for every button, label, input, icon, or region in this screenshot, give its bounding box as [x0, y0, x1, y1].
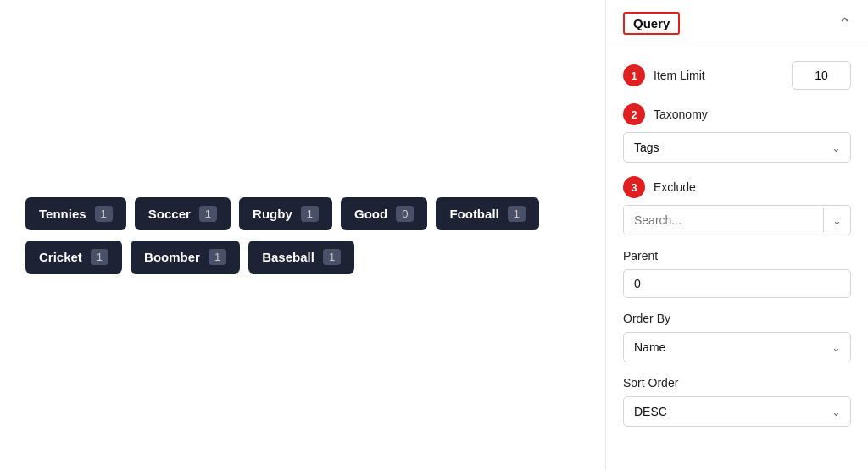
parent-group: Parent [623, 249, 851, 298]
tag-pill[interactable]: Tennies1 [25, 197, 126, 230]
panel-title: Query [623, 12, 680, 35]
tag-pill[interactable]: Good0 [341, 197, 427, 230]
tag-badge: 1 [209, 249, 226, 265]
item-limit-row: 1 Item Limit [623, 61, 851, 90]
tag-pill[interactable]: Boomber1 [131, 241, 240, 274]
item-limit-label: Item Limit [654, 69, 705, 82]
tag-label: Soccer [148, 207, 191, 221]
tag-label: Cricket [39, 250, 82, 264]
tag-label: Boomber [144, 250, 200, 264]
order-by-select-wrapper: Name ID Count Slug ⌄ [623, 332, 851, 362]
item-limit-label-row: 1 Item Limit [623, 64, 705, 86]
taxonomy-group: 2 Taxonomy Tags Categories Custom ⌄ [623, 103, 851, 163]
exclude-dropdown-button[interactable]: ⌄ [824, 214, 850, 227]
tag-label: Rugby [253, 207, 292, 221]
step-3-badge: 3 [623, 176, 645, 198]
taxonomy-select-wrapper: Tags Categories Custom ⌄ [623, 132, 851, 163]
exclude-search-input[interactable] [624, 206, 823, 235]
taxonomy-label-row: 2 Taxonomy [623, 103, 851, 125]
exclude-group: 3 Exclude ⌄ [623, 176, 851, 235]
tag-pill[interactable]: Soccer1 [135, 197, 231, 230]
tag-pill[interactable]: Rugby1 [239, 197, 332, 230]
parent-label: Parent [623, 249, 851, 263]
tags-row: Tennies1Soccer1Rugby1Good0Football1 [25, 197, 539, 230]
sort-order-select[interactable]: DESC ASC [623, 396, 851, 427]
parent-input[interactable] [623, 269, 851, 298]
tag-badge: 0 [396, 206, 414, 222]
tag-label: Football [449, 207, 498, 221]
tag-label: Tennies [39, 207, 86, 221]
tag-badge: 1 [508, 206, 526, 222]
item-limit-input[interactable] [792, 61, 851, 90]
sort-order-label: Sort Order [623, 376, 851, 390]
tag-badge: 1 [95, 206, 113, 222]
tag-pill[interactable]: Cricket1 [25, 241, 122, 274]
collapse-icon[interactable]: ⌃ [838, 14, 851, 33]
tag-label: Good [354, 207, 387, 221]
tag-badge: 1 [301, 206, 319, 222]
tag-pill[interactable]: Football1 [436, 197, 539, 230]
exclude-label: Exclude [654, 180, 696, 194]
order-by-label: Order By [623, 312, 851, 325]
right-panel: Query ⌃ 1 Item Limit 2 Taxonomy Tags [605, 0, 868, 470]
tag-label: Baseball [262, 250, 314, 264]
order-by-select[interactable]: Name ID Count Slug [623, 332, 851, 362]
tag-badge: 1 [91, 249, 108, 265]
step-1-badge: 1 [623, 64, 645, 86]
tags-container: Tennies1Soccer1Rugby1Good0Football1Crick… [25, 197, 539, 274]
order-by-group: Order By Name ID Count Slug ⌄ [623, 312, 851, 362]
tag-pill[interactable]: Baseball1 [248, 241, 354, 274]
step-2-badge: 2 [623, 103, 645, 125]
item-limit-group: 1 Item Limit [623, 61, 851, 90]
sort-order-group: Sort Order DESC ASC ⌄ [623, 376, 851, 427]
panel-body: 1 Item Limit 2 Taxonomy Tags Categories … [606, 47, 868, 440]
tags-row: Cricket1Boomber1Baseball1 [25, 241, 539, 274]
sort-order-select-wrapper: DESC ASC ⌄ [623, 396, 851, 427]
exclude-label-row: 3 Exclude [623, 176, 851, 198]
tag-badge: 1 [199, 206, 217, 222]
panel-header: Query ⌃ [606, 0, 868, 47]
exclude-search-wrapper: ⌄ [623, 205, 851, 235]
left-panel: Tennies1Soccer1Rugby1Good0Football1Crick… [0, 0, 605, 470]
tag-badge: 1 [323, 249, 341, 265]
taxonomy-label: Taxonomy [654, 108, 708, 121]
taxonomy-select[interactable]: Tags Categories Custom [623, 132, 851, 163]
